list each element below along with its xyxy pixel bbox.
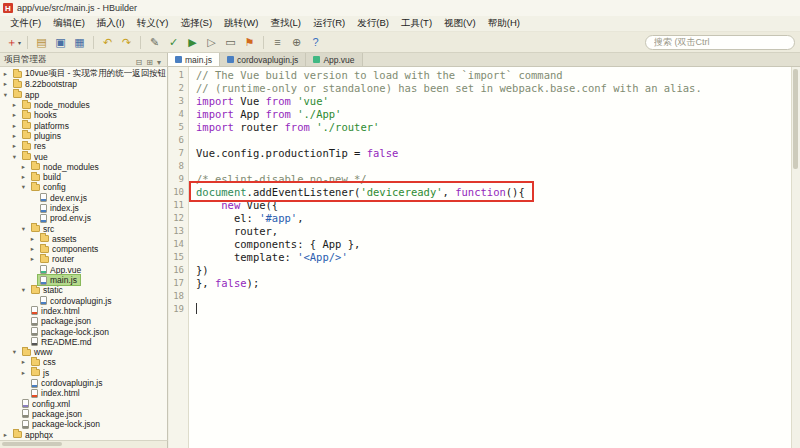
tree-arrow-icon[interactable]: ▸	[11, 111, 18, 119]
tree-item[interactable]: index.html	[0, 306, 167, 316]
tree-arrow-icon[interactable]: ▾	[11, 153, 18, 161]
tree-arrow-icon[interactable]: ▾	[20, 225, 27, 233]
tree-item[interactable]: ▸apphqx	[0, 429, 167, 439]
tree-arrow-icon[interactable]: ▸	[20, 358, 27, 366]
tree-arrow-icon[interactable]: ▸	[20, 163, 27, 171]
tree-item[interactable]: package.json	[0, 409, 167, 419]
save-icon[interactable]: ▣	[52, 34, 69, 50]
tree-item[interactable]: config.xml	[0, 399, 167, 409]
tree-item[interactable]: ▸build	[0, 172, 167, 182]
tree-arrow-icon[interactable]: ▸	[11, 122, 18, 130]
tree-arrow-icon[interactable]: ▸	[2, 70, 9, 78]
tree-horizontal-scrollbar[interactable]	[0, 440, 168, 448]
tree-item[interactable]: ▾www	[0, 347, 167, 357]
menu-goto[interactable]: 跳转(W)	[218, 17, 264, 30]
tree-item[interactable]: ▾static	[0, 285, 167, 295]
tree-arrow-icon[interactable]: ▸	[20, 369, 27, 377]
format-icon[interactable]: ≡	[269, 34, 286, 50]
scrollbar-thumb[interactable]	[2, 442, 62, 446]
new-file-icon[interactable]: ＋▾	[5, 34, 22, 50]
tree-arrow-icon[interactable]: ▸	[11, 101, 18, 109]
menu-escape[interactable]: 转义(Y)	[131, 17, 175, 30]
tree-arrow-icon[interactable]: ▸	[29, 245, 36, 253]
undo-icon[interactable]: ↶	[99, 34, 116, 50]
tree-arrow-icon[interactable]: ▸	[11, 142, 18, 150]
menu-find[interactable]: 查找(L)	[264, 17, 307, 30]
tree-arrow-icon[interactable]: ▾	[11, 348, 18, 356]
code-editor[interactable]: 12345678910111213141516171819 // The Vue…	[169, 67, 800, 448]
open-file-icon[interactable]: ▤	[33, 34, 50, 50]
validate-icon[interactable]: ✓	[165, 34, 182, 50]
tab-app-vue[interactable]: App.vue	[306, 53, 362, 66]
menu-run[interactable]: 运行(R)	[307, 17, 351, 30]
tree-item[interactable]: index.js	[0, 203, 167, 213]
panel-menu-icon[interactable]: ▾	[155, 58, 163, 67]
tree-arrow-icon[interactable]: ▸	[2, 431, 9, 439]
menu-file[interactable]: 文件(F)	[4, 17, 47, 30]
tab-main-js[interactable]: main.js	[168, 53, 220, 66]
tree-arrow-icon[interactable]: ▸	[11, 132, 18, 140]
debug-icon[interactable]: ▷	[203, 34, 220, 50]
tree-item[interactable]: ▸10vue项目 - 实现常用的统一返回按钮	[0, 69, 167, 79]
tree-item[interactable]: ▸assets	[0, 234, 167, 244]
tree-item[interactable]: ▾vue	[0, 151, 167, 161]
tree-arrow-icon[interactable]: ▸	[2, 80, 9, 88]
menu-help[interactable]: 帮助(H)	[482, 17, 526, 30]
plugins-icon[interactable]: ⊕	[288, 34, 305, 50]
run-icon[interactable]: ▶	[184, 34, 201, 50]
tree-item-label: package.json	[40, 316, 92, 326]
tree-item[interactable]: ▸plugins	[0, 131, 167, 141]
device-icon[interactable]: ▭	[222, 34, 239, 50]
tree-item[interactable]: cordovaplugin.js	[0, 378, 167, 388]
tree-item[interactable]: index.html	[0, 388, 167, 398]
search-input[interactable]	[645, 35, 795, 50]
tab-cordovaplugin-js[interactable]: cordovaplugin.js	[220, 53, 306, 66]
menu-edit[interactable]: 编辑(E)	[47, 17, 91, 30]
scrollbar-thumb[interactable]	[793, 69, 798, 169]
menu-insert[interactable]: 插入(I)	[91, 17, 131, 30]
tree-item[interactable]: ▸8.22bootstrap	[0, 79, 167, 89]
redo-icon[interactable]: ↷	[118, 34, 135, 50]
save-all-icon[interactable]: ▦	[71, 34, 88, 50]
tree-item[interactable]: ▸node_modules	[0, 162, 167, 172]
tree-arrow-icon[interactable]: ▾	[20, 286, 27, 294]
tree-item[interactable]: ▾src	[0, 223, 167, 233]
tree-item[interactable]: package-lock.json	[0, 326, 167, 336]
tree-item[interactable]: ▸router	[0, 254, 167, 264]
collapse-all-icon[interactable]: ⊟	[134, 58, 145, 67]
tree-item-label: vue	[33, 152, 49, 162]
tree-item[interactable]: ▸js	[0, 368, 167, 378]
edit-mode-icon[interactable]: ✎	[146, 34, 163, 50]
publish-icon[interactable]: ⚑	[241, 34, 258, 50]
tree-item[interactable]: ▾app	[0, 90, 167, 100]
tree-item[interactable]: ▸platforms	[0, 120, 167, 130]
tree-arrow-icon[interactable]: ▸	[29, 235, 36, 243]
tree-item[interactable]: dev.env.js	[0, 193, 167, 203]
tree-item[interactable]: ▸hooks	[0, 110, 167, 120]
tree-item[interactable]: prod.env.js	[0, 213, 167, 223]
locate-file-icon[interactable]: ⊞	[144, 58, 155, 67]
tree-item[interactable]: package.json	[0, 316, 167, 326]
editor-vertical-scrollbar[interactable]	[791, 67, 800, 448]
tree-arrow-icon[interactable]: ▾	[2, 91, 9, 99]
tree-item[interactable]: ▾config	[0, 182, 167, 192]
menu-select[interactable]: 选择(S)	[174, 17, 218, 30]
tree-item[interactable]: ▸css	[0, 357, 167, 367]
tree-item[interactable]: App.vue	[0, 265, 167, 275]
tree-item[interactable]: README.md	[0, 337, 167, 347]
code-token: false	[367, 147, 399, 159]
tree-item[interactable]: ▸components	[0, 244, 167, 254]
menu-tools[interactable]: 工具(T)	[395, 17, 438, 30]
code-area[interactable]: // The Vue build version to load with th…	[190, 67, 791, 448]
tree-arrow-icon[interactable]: ▾	[20, 183, 27, 191]
tree-item[interactable]: ▸node_modules	[0, 100, 167, 110]
tree-arrow-icon[interactable]: ▸	[20, 173, 27, 181]
tree-arrow-icon[interactable]: ▸	[29, 255, 36, 263]
tree-item[interactable]: cordovaplugin.js	[0, 296, 167, 306]
help-icon[interactable]: ?	[307, 34, 324, 50]
menu-view[interactable]: 视图(V)	[438, 17, 482, 30]
menu-release[interactable]: 发行(B)	[351, 17, 395, 30]
tree-item[interactable]: ▸res	[0, 141, 167, 151]
tree-item[interactable]: main.js	[0, 275, 167, 285]
tree-item[interactable]: package-lock.json	[0, 419, 167, 429]
